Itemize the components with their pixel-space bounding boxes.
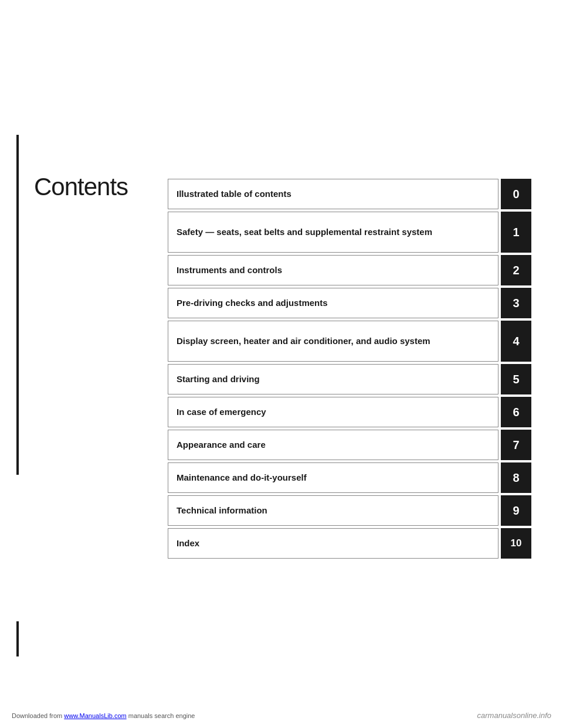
toc-number-1: 1 xyxy=(501,212,531,253)
toc-number-6: 6 xyxy=(501,397,531,427)
toc-number-5: 5 xyxy=(501,364,531,394)
toc-label-8: Maintenance and do-it-yourself xyxy=(168,462,498,493)
toc-number-4: 4 xyxy=(501,321,531,362)
toc-row-2[interactable]: Instruments and controls2 xyxy=(168,255,531,285)
toc-label-10: Index xyxy=(168,528,498,559)
toc-number-3: 3 xyxy=(501,288,531,318)
toc-row-9[interactable]: Technical information9 xyxy=(168,495,531,526)
toc-row-1[interactable]: Safety — seats, seat belts and supplemen… xyxy=(168,212,531,253)
toc-row-4[interactable]: Display screen, heater and air condition… xyxy=(168,321,531,362)
toc-number-8: 8 xyxy=(501,462,531,493)
footer-left: Downloaded from www.ManualsLib.com manua… xyxy=(12,712,195,719)
toc-label-9: Technical information xyxy=(168,495,498,526)
toc-row-10[interactable]: Index10 xyxy=(168,528,531,559)
footer-downloaded-text: Downloaded from xyxy=(12,712,64,719)
toc-container: Illustrated table of contents0Safety — s… xyxy=(168,179,531,561)
toc-label-2: Instruments and controls xyxy=(168,255,498,285)
bottom-bar xyxy=(16,621,19,656)
toc-number-2: 2 xyxy=(501,255,531,285)
toc-label-6: In case of emergency xyxy=(168,397,498,427)
toc-row-6[interactable]: In case of emergency6 xyxy=(168,397,531,427)
toc-label-4: Display screen, heater and air condition… xyxy=(168,321,498,362)
footer-right: carmanualsonline.info xyxy=(477,711,551,720)
toc-label-0: Illustrated table of contents xyxy=(168,179,498,209)
toc-row-3[interactable]: Pre-driving checks and adjustments3 xyxy=(168,288,531,318)
page-title: Contents xyxy=(34,173,128,201)
toc-number-10: 10 xyxy=(501,528,531,559)
left-bar xyxy=(16,135,19,475)
footer-suffix: manuals search engine xyxy=(127,712,195,719)
footer-link[interactable]: www.ManualsLib.com xyxy=(64,712,126,719)
toc-number-7: 7 xyxy=(501,430,531,460)
toc-label-3: Pre-driving checks and adjustments xyxy=(168,288,498,318)
footer: Downloaded from www.ManualsLib.com manua… xyxy=(0,711,563,720)
toc-label-7: Appearance and care xyxy=(168,430,498,460)
toc-label-1: Safety — seats, seat belts and supplemen… xyxy=(168,212,498,253)
toc-number-9: 9 xyxy=(501,495,531,526)
page-container: Contents Illustrated table of contents0S… xyxy=(0,0,563,728)
toc-row-5[interactable]: Starting and driving5 xyxy=(168,364,531,394)
toc-row-8[interactable]: Maintenance and do-it-yourself8 xyxy=(168,462,531,493)
toc-label-5: Starting and driving xyxy=(168,364,498,394)
toc-row-0[interactable]: Illustrated table of contents0 xyxy=(168,179,531,209)
toc-number-0: 0 xyxy=(501,179,531,209)
toc-row-7[interactable]: Appearance and care7 xyxy=(168,430,531,460)
